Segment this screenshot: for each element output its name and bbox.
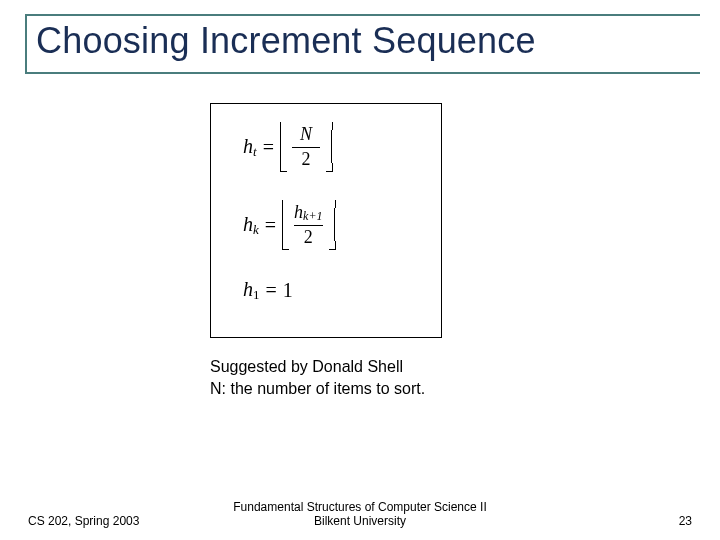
formula-box: ht = N 2 hk = hk+1 [210, 103, 442, 338]
equals-sign: = [266, 279, 277, 302]
top-rule [25, 14, 700, 16]
equals-sign: = [263, 136, 274, 159]
eq1-lhs: ht [243, 135, 257, 160]
floor-bracket: hk+1 2 [282, 200, 334, 250]
eq1-numerator: N [300, 125, 312, 145]
formula-h1: h1 = 1 [243, 278, 423, 303]
eq2-denominator: 2 [304, 228, 313, 248]
body-line-1: Suggested by Donald Shell [210, 356, 425, 378]
equals-sign: = [265, 214, 276, 237]
footer-left: CS 202, Spring 2003 [28, 514, 188, 528]
body-line-2: N: the number of items to sort. [210, 378, 425, 400]
slide-title: Choosing Increment Sequence [36, 20, 536, 62]
body-text: Suggested by Donald Shell N: the number … [210, 356, 425, 399]
under-title-rule [25, 72, 700, 74]
floor-bracket: N 2 [280, 122, 332, 172]
eq1-denominator: 2 [301, 150, 310, 170]
left-rule [25, 14, 27, 72]
eq3-rhs: 1 [283, 279, 293, 302]
footer-center: Fundamental Structures of Computer Scien… [188, 500, 532, 528]
eq3-lhs: h1 [243, 278, 260, 303]
footer: CS 202, Spring 2003 Fundamental Structur… [0, 500, 720, 528]
eq2-lhs: hk [243, 213, 259, 238]
formula-ht: ht = N 2 [243, 122, 423, 172]
page-number: 23 [532, 514, 692, 528]
eq2-numerator: hk+1 [294, 203, 322, 223]
formula-hk: hk = hk+1 2 [243, 200, 423, 250]
slide: Choosing Increment Sequence ht = N 2 hk … [0, 0, 720, 540]
